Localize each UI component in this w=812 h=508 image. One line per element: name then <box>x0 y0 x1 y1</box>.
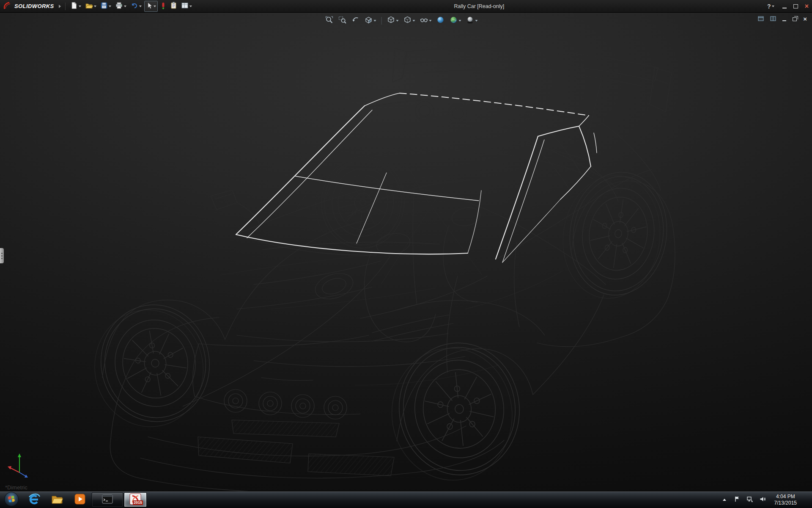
handle-dot <box>1 258 3 259</box>
section-view-button[interactable] <box>363 15 377 27</box>
display-style-button[interactable] <box>402 15 416 27</box>
open-folder-icon <box>85 2 93 11</box>
document-window-controls: × <box>758 15 807 23</box>
zoom-to-fit-icon <box>325 16 333 26</box>
headsup-separator <box>381 17 381 25</box>
options-button[interactable] <box>180 1 193 11</box>
graphics-viewport[interactable]: × *Dimetric <box>0 13 812 491</box>
action-center-button[interactable] <box>733 495 741 505</box>
select-button[interactable] <box>144 1 158 12</box>
show-hidden-icons-button[interactable] <box>720 495 729 505</box>
windows-taskbar: 2015 4:04 PM 7/13/2015 <box>0 491 812 508</box>
undo-dropdown-icon <box>139 6 142 7</box>
apply-scene-dropdown-icon <box>458 20 461 22</box>
previous-view-icon <box>351 16 359 26</box>
save-floppy-icon <box>100 2 108 11</box>
media-player-taskbar-button[interactable] <box>69 492 91 507</box>
hide-show-items-button[interactable] <box>418 15 433 27</box>
save-dropdown-icon <box>109 6 111 7</box>
apply-scene-icon <box>449 16 458 26</box>
maximize-button[interactable] <box>793 4 798 8</box>
display-style-icon <box>403 16 411 26</box>
open-dropdown-icon <box>94 6 96 7</box>
view-settings-dropdown-icon <box>475 20 477 22</box>
action-center-flag-icon <box>734 496 741 504</box>
help-icon: ? <box>767 3 771 10</box>
main-toolbar <box>69 1 193 12</box>
ie-taskbar-button[interactable] <box>23 492 45 507</box>
undo-button[interactable] <box>129 1 143 11</box>
brand-text: SOLIDWORKS <box>14 3 54 9</box>
document-close-button[interactable]: × <box>803 16 807 22</box>
section-view-icon <box>364 16 373 26</box>
menu-expand-icon <box>59 5 61 8</box>
title-bar: SOLIDWORKS <box>0 0 812 13</box>
solidworks-window: SOLIDWORKS <box>0 0 812 508</box>
start-button[interactable] <box>0 491 23 508</box>
taskbar-buttons: 2015 <box>0 491 147 508</box>
solidworks-taskbar-button[interactable]: 2015 <box>124 492 147 507</box>
panel-splitter-handle[interactable] <box>0 248 4 263</box>
previous-view-button[interactable] <box>350 15 361 27</box>
new-document-button[interactable] <box>69 1 82 11</box>
orientation-triad <box>7 451 34 481</box>
options-icon <box>181 2 189 11</box>
document-restore-button[interactable] <box>793 17 797 21</box>
command-prompt-icon <box>102 494 113 505</box>
display-style-dropdown-icon <box>412 20 415 22</box>
solidworks-version-badge: 2015 <box>133 500 143 505</box>
zoom-to-area-icon <box>338 16 346 26</box>
edit-appearance-button[interactable] <box>435 15 446 27</box>
view-orientation-button[interactable] <box>385 15 400 27</box>
command-prompt-taskbar-button[interactable] <box>92 492 123 507</box>
hide-show-dropdown-icon <box>429 20 431 22</box>
internet-explorer-icon <box>28 493 41 507</box>
new-window-icon[interactable] <box>758 15 764 23</box>
new-document-icon <box>70 2 78 11</box>
save-button[interactable] <box>99 1 112 11</box>
network-status-button[interactable] <box>746 495 754 505</box>
select-dropdown-icon <box>154 6 156 7</box>
new-dropdown-icon <box>79 6 81 7</box>
zoom-to-fit-button[interactable] <box>324 15 335 27</box>
taskbar-clock[interactable]: 4:04 PM 7/13/2015 <box>771 494 800 506</box>
open-button[interactable] <box>84 1 98 11</box>
file-explorer-icon <box>51 493 63 507</box>
explorer-taskbar-button[interactable] <box>46 492 68 507</box>
solidworks-logo-icon <box>3 1 12 11</box>
system-tray: 4:04 PM 7/13/2015 <box>720 491 812 508</box>
view-orientation-dropdown-icon <box>396 20 398 22</box>
edit-appearance-icon <box>436 16 444 26</box>
split-window-icon[interactable] <box>770 15 776 23</box>
start-orb-icon <box>4 491 19 508</box>
help-button[interactable]: ? <box>766 1 776 11</box>
view-orientation-label: *Dimetric <box>5 484 27 491</box>
zoom-to-area-button[interactable] <box>337 15 348 27</box>
clock-time: 4:04 PM <box>776 494 795 500</box>
wireframe-car-model <box>0 13 812 491</box>
toolbar-separator <box>65 3 66 10</box>
view-settings-button[interactable] <box>464 15 479 27</box>
document-minimize-button[interactable] <box>782 17 786 21</box>
close-button[interactable]: × <box>805 3 809 10</box>
view-settings-icon <box>466 16 474 26</box>
section-view-dropdown-icon <box>373 20 376 22</box>
volume-icon <box>759 496 766 504</box>
apply-scene-button[interactable] <box>448 15 462 27</box>
file-properties-icon <box>170 2 177 11</box>
hide-show-items-icon <box>420 16 428 26</box>
view-orientation-icon <box>387 16 395 26</box>
rebuild-button[interactable] <box>159 1 167 11</box>
volume-button[interactable] <box>758 495 767 505</box>
handle-dot <box>1 255 3 257</box>
select-cursor-icon <box>146 2 153 11</box>
print-button[interactable] <box>114 1 128 11</box>
print-dropdown-icon <box>124 6 126 7</box>
minimize-button[interactable] <box>782 4 787 8</box>
solidworks-menu-button[interactable]: SOLIDWORKS <box>0 1 61 11</box>
file-properties-button[interactable] <box>169 1 178 11</box>
options-dropdown-icon <box>189 6 192 7</box>
handle-dot <box>1 253 3 254</box>
print-icon <box>115 2 123 11</box>
chevron-up-icon <box>723 499 726 501</box>
